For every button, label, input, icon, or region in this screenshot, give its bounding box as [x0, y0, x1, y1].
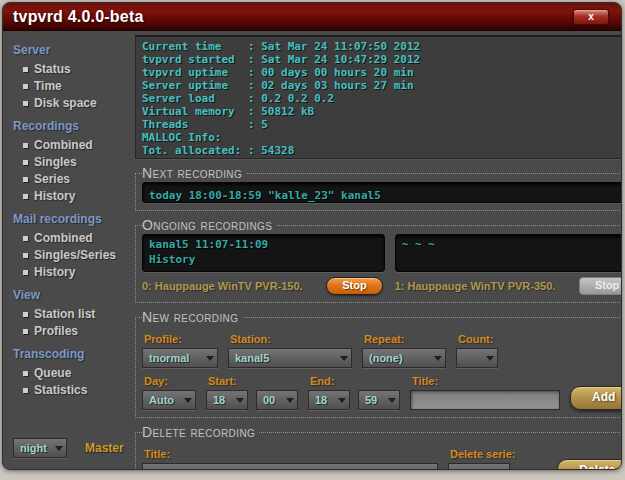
- sidebar-item-history[interactable]: History: [23, 189, 133, 203]
- add-button[interactable]: Add: [570, 386, 622, 410]
- start-minute-select[interactable]: 00: [256, 390, 298, 410]
- close-icon: x: [588, 11, 594, 22]
- repeat-label: Repeat:: [364, 333, 446, 345]
- sidebar-item-disk-space[interactable]: Disk space: [23, 96, 133, 110]
- dropdown-arrow-icon: [434, 356, 442, 361]
- bullet-icon: [23, 329, 28, 334]
- new-recording-legend: New recording: [142, 309, 242, 325]
- dropdown-arrow-icon: [55, 446, 63, 451]
- server-status-panel: Current time : Sat Mar 24 11:07:50 2012 …: [135, 35, 622, 159]
- main-panel: Current time : Sat Mar 24 11:07:50 2012 …: [133, 31, 622, 470]
- bullet-icon: [23, 253, 28, 258]
- sidebar-item-station-list[interactable]: Station list: [23, 307, 133, 321]
- status-line-current-time: Current time : Sat Mar 24 11:07:50 2012: [142, 40, 622, 53]
- sidebar-item-time[interactable]: Time: [23, 79, 133, 93]
- bullet-icon: [23, 270, 28, 275]
- sidebar-item-singles[interactable]: Singles: [23, 155, 133, 169]
- profile-label: Profile:: [144, 333, 218, 345]
- bullet-icon: [23, 160, 28, 165]
- status-line-threads: Threads : 5: [142, 118, 622, 131]
- stop-button-1: Stop: [579, 277, 622, 295]
- sidebar-item-mail-singles-series[interactable]: Singles/Series: [23, 248, 133, 262]
- delete-recording-legend: Delete recording: [142, 424, 259, 440]
- station-select[interactable]: kanal5: [228, 348, 352, 368]
- next-recording-entry: today 18:00-18:59 "kalle_23" kanal5: [142, 182, 622, 203]
- title-label: Title:: [412, 375, 560, 387]
- sidebar-section-transcoding: Transcoding: [13, 347, 133, 361]
- new-recording-section: New recording Profile: tnormal Station: …: [135, 309, 622, 418]
- next-recording-legend: Next recording: [142, 165, 246, 181]
- bullet-icon: [23, 67, 28, 72]
- dropdown-arrow-icon: [338, 398, 346, 403]
- tuner-label-0: 0: Hauppauge WinTV PVR-150.: [142, 280, 303, 292]
- sidebar-section-mail-recordings: Mail recordings: [13, 212, 133, 226]
- status-line-server-uptime: Server uptime : 02 days 03 hours 27 min: [142, 79, 622, 92]
- window-title: tvpvrd 4.0.0-beta: [13, 8, 144, 26]
- tuner-label-1: 1: Hauppauge WinTV PVR-350.: [395, 280, 556, 292]
- count-label: Count:: [458, 333, 498, 345]
- bullet-icon: [23, 371, 28, 376]
- count-select[interactable]: [456, 348, 498, 368]
- close-button[interactable]: x: [573, 9, 609, 25]
- end-label: End:: [310, 375, 400, 387]
- delete-recording-section: Delete recording Title: Sat Mar 24 18:00…: [135, 424, 622, 470]
- day-label: Day:: [144, 375, 196, 387]
- station-label: Station:: [230, 333, 352, 345]
- role-label: Master: [85, 441, 124, 455]
- sidebar-section-server: Server: [13, 43, 133, 57]
- next-recording-section: Next recording today 18:00-18:59 "kalle_…: [135, 165, 622, 211]
- sidebar-item-queue[interactable]: Queue: [23, 366, 133, 380]
- start-hour-select[interactable]: 18: [206, 390, 248, 410]
- dropdown-arrow-icon: [286, 398, 294, 403]
- bullet-icon: [23, 101, 28, 106]
- bullet-icon: [23, 177, 28, 182]
- ongoing-recording-1: ~ ~ ~: [395, 234, 622, 272]
- stop-button-0[interactable]: Stop: [326, 277, 382, 295]
- title-bar[interactable]: tvpvrd 4.0.0-beta x: [3, 3, 621, 31]
- ongoing-recordings-section: Ongoing recordings kanal5 11:07-11:09 Hi…: [135, 217, 622, 303]
- sidebar-item-mail-history[interactable]: History: [23, 265, 133, 279]
- dropdown-arrow-icon: [184, 398, 192, 403]
- dropdown-arrow-icon: [486, 356, 494, 361]
- sidebar-item-combined[interactable]: Combined: [23, 138, 133, 152]
- ongoing-recordings-legend: Ongoing recordings: [142, 217, 276, 233]
- sidebar-item-status[interactable]: Status: [23, 62, 133, 76]
- bullet-icon: [23, 194, 28, 199]
- delete-title-select[interactable]: Sat Mar 24 18:00 "kalle_23": [142, 463, 438, 470]
- dropdown-arrow-icon: [236, 398, 244, 403]
- delete-serie-label: Delete serie:: [450, 448, 515, 460]
- ongoing-card-1: ~ ~ ~ 1: Hauppauge WinTV PVR-350. Stop: [395, 234, 622, 295]
- title-input[interactable]: [410, 390, 560, 410]
- delete-button[interactable]: Delete: [557, 459, 622, 470]
- bullet-icon: [23, 236, 28, 241]
- repeat-select[interactable]: (none): [362, 348, 446, 368]
- sidebar: Server Status Time Disk space Recordings…: [3, 31, 133, 470]
- end-hour-select[interactable]: 18: [308, 390, 350, 410]
- day-select[interactable]: Auto: [142, 390, 196, 410]
- dropdown-arrow-icon: [206, 356, 214, 361]
- app-window: tvpvrd 4.0.0-beta x Server Status Time D…: [2, 2, 622, 470]
- status-line-started: tvpvrd started : Sat Mar 24 10:47:29 201…: [142, 53, 622, 66]
- profile-select[interactable]: tnormal: [142, 348, 218, 368]
- end-minute-select[interactable]: 59: [358, 390, 400, 410]
- start-label: Start:: [208, 375, 298, 387]
- theme-select[interactable]: night: [13, 438, 67, 458]
- bullet-icon: [23, 84, 28, 89]
- dropdown-arrow-icon: [388, 398, 396, 403]
- sidebar-section-view: View: [13, 288, 133, 302]
- status-line-server-load: Server load : 0.2 0.2 0.2: [142, 92, 622, 105]
- bullet-icon: [23, 143, 28, 148]
- sidebar-item-series[interactable]: Series: [23, 172, 133, 186]
- delete-serie-select[interactable]: No: [448, 463, 510, 470]
- dropdown-arrow-icon: [340, 356, 348, 361]
- bullet-icon: [23, 312, 28, 317]
- status-line-virtual-memory: Virtual memory : 50812 kB: [142, 105, 622, 118]
- sidebar-section-recordings: Recordings: [13, 119, 133, 133]
- status-line-tvpvrd-uptime: tvpvrd uptime : 00 days 00 hours 20 min: [142, 66, 622, 79]
- sidebar-item-mail-combined[interactable]: Combined: [23, 231, 133, 245]
- delete-title-label: Title:: [144, 448, 438, 460]
- status-line-tot-allocated: Tot. allocated: : 54328: [142, 144, 622, 157]
- ongoing-card-0: kanal5 11:07-11:09 History 0: Hauppauge …: [142, 234, 385, 295]
- sidebar-item-profiles[interactable]: Profiles: [23, 324, 133, 338]
- sidebar-item-statistics[interactable]: Statistics: [23, 383, 133, 397]
